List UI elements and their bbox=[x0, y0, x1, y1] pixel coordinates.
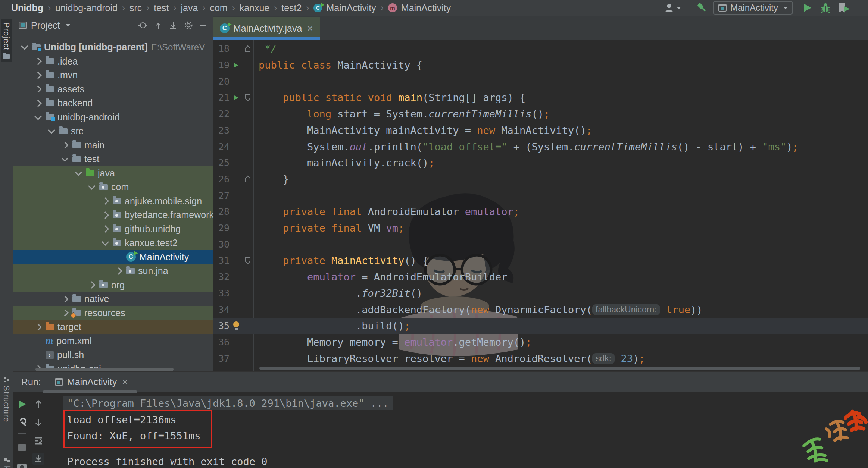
tree-row[interactable]: CMainActivity bbox=[13, 250, 213, 264]
down-arrow-icon[interactable] bbox=[32, 416, 44, 428]
editor-tab-mainactivity[interactable]: C MainActivity.java × bbox=[213, 17, 320, 40]
code-line[interactable]: 37 LibraryResolver resolver = new Androi… bbox=[213, 350, 868, 367]
soft-wrap-icon[interactable] bbox=[32, 435, 44, 447]
tree-row[interactable]: .idea bbox=[13, 54, 213, 69]
breadcrumb-item[interactable]: MainActivity bbox=[401, 3, 451, 13]
breadcrumb-item[interactable]: MainActivity bbox=[326, 3, 376, 13]
code-line[interactable]: 18 */ bbox=[213, 41, 868, 57]
code-line[interactable]: 24 System.out.println("load offset=" + (… bbox=[213, 138, 868, 155]
debug-icon[interactable] bbox=[820, 2, 831, 13]
hide-icon[interactable] bbox=[199, 21, 207, 29]
breadcrumb-item[interactable]: kanxue bbox=[240, 3, 270, 13]
tree-row[interactable]: main bbox=[13, 138, 213, 153]
project-panel-title[interactable]: Project bbox=[31, 20, 60, 31]
code-line[interactable]: 19public class MainActivity { bbox=[213, 57, 868, 73]
code-line[interactable]: 29 private final VM vm; bbox=[213, 220, 868, 236]
tree-row[interactable]: anjuke.mobile.sign bbox=[13, 194, 213, 208]
tree-row[interactable]: target bbox=[13, 320, 213, 334]
tree-row[interactable]: java bbox=[13, 166, 213, 180]
tree-row[interactable]: kanxue.test2 bbox=[13, 236, 213, 250]
chevron-right-icon[interactable] bbox=[102, 211, 109, 219]
tree-row[interactable]: com bbox=[13, 180, 213, 194]
chevron-right-icon[interactable] bbox=[34, 323, 42, 331]
close-icon[interactable]: × bbox=[307, 25, 313, 32]
fold-marker-icon[interactable] bbox=[244, 89, 251, 106]
fold-marker-icon[interactable] bbox=[244, 252, 251, 269]
tree-row[interactable]: backend bbox=[13, 96, 213, 110]
tool-button-partial[interactable]: ks bbox=[1, 458, 13, 468]
code-line[interactable]: 25 mainActivity.crack(); bbox=[213, 155, 868, 171]
wrench-icon[interactable] bbox=[16, 416, 28, 428]
code-line[interactable]: 30 bbox=[213, 236, 868, 252]
run-console[interactable]: "C:\Program Files\Java\jdk1.8.0_291\bin\… bbox=[50, 395, 868, 468]
chevron-down-icon[interactable] bbox=[75, 169, 82, 176]
tree-row[interactable]: .mvn bbox=[13, 68, 213, 82]
breadcrumb-item[interactable]: src bbox=[129, 3, 142, 13]
expand-all-icon[interactable] bbox=[154, 21, 163, 30]
coverage-icon[interactable] bbox=[837, 1, 852, 14]
code-line[interactable]: 22 long start = System.currentTimeMillis… bbox=[213, 106, 868, 122]
up-arrow-icon[interactable] bbox=[32, 398, 44, 410]
code-line[interactable]: 31 private MainActivity() { bbox=[213, 252, 868, 269]
tree-row[interactable]: ›pull.sh bbox=[13, 348, 213, 362]
intention-bulb-icon[interactable] bbox=[232, 318, 240, 334]
tree-row[interactable]: unidbg-android bbox=[13, 110, 213, 125]
rerun-icon[interactable] bbox=[16, 398, 28, 410]
chevron-down-icon[interactable] bbox=[61, 154, 69, 162]
collapse-all-icon[interactable] bbox=[169, 21, 178, 30]
chevron-right-icon[interactable] bbox=[34, 100, 42, 107]
chevron-right-icon[interactable] bbox=[61, 309, 69, 317]
run-line-icon[interactable] bbox=[232, 89, 239, 106]
tree-row[interactable]: test bbox=[13, 152, 213, 166]
code-line[interactable]: 28 private final AndroidEmulator emulato… bbox=[213, 204, 868, 220]
breadcrumb-item[interactable]: test bbox=[154, 3, 169, 13]
tree-row[interactable]: sun.jna bbox=[13, 264, 213, 278]
code-editor[interactable]: 18 */19public class MainActivity {2021 p… bbox=[213, 40, 868, 371]
code-line[interactable]: 21 public static void main(String[] args… bbox=[213, 89, 868, 106]
run-icon[interactable] bbox=[802, 3, 812, 13]
horizontal-scrollbar[interactable] bbox=[35, 368, 174, 371]
run-tab-mainactivity[interactable]: MainActivity × bbox=[54, 377, 128, 387]
code-line[interactable]: 36 Memory memory = emulator.getMemory(); bbox=[213, 334, 868, 351]
breadcrumb-item[interactable]: test2 bbox=[281, 3, 302, 13]
tree-row[interactable]: mpom.xml bbox=[13, 334, 213, 348]
tree-row[interactable]: github.unidbg bbox=[13, 222, 213, 236]
breadcrumb-item[interactable]: unidbg-android bbox=[55, 3, 118, 13]
chevron-right-icon[interactable] bbox=[88, 281, 96, 289]
chevron-right-icon[interactable] bbox=[34, 72, 42, 79]
code-line[interactable]: 33 .for32Bit() bbox=[213, 285, 868, 302]
code-line[interactable]: 34 .addBackendFactory(new DynarmicFactor… bbox=[213, 301, 868, 318]
build-hammer-icon[interactable] bbox=[695, 1, 708, 14]
code-line[interactable]: 27 bbox=[213, 187, 868, 204]
tool-button-structure[interactable]: Structure bbox=[1, 377, 12, 422]
run-tab-scrollbar[interactable] bbox=[43, 390, 137, 393]
chevron-right-icon[interactable] bbox=[61, 141, 69, 149]
chevron-right-icon[interactable] bbox=[102, 197, 109, 205]
chevron-down-icon[interactable] bbox=[48, 126, 55, 134]
chevron-right-icon[interactable] bbox=[34, 85, 42, 93]
code-line[interactable]: 35 .build(); bbox=[213, 318, 868, 334]
code-line[interactable]: 26 } bbox=[213, 171, 868, 188]
fold-marker-icon[interactable] bbox=[244, 171, 251, 188]
chevron-down-icon[interactable] bbox=[21, 43, 28, 50]
chevron-down-icon[interactable] bbox=[34, 113, 42, 120]
chevron-right-icon[interactable] bbox=[61, 295, 69, 303]
code-line[interactable]: 20 bbox=[213, 73, 868, 89]
code-line[interactable]: 32 emulator = AndroidEmulatorBuilder bbox=[213, 269, 868, 285]
close-icon[interactable]: × bbox=[122, 378, 128, 386]
chevron-right-icon[interactable] bbox=[115, 267, 122, 275]
code-line[interactable]: 23 MainActivity mainActivity = new MainA… bbox=[213, 122, 868, 139]
breadcrumb-item[interactable]: com bbox=[210, 3, 227, 13]
breadcrumb-item[interactable]: Unidbg bbox=[11, 3, 43, 13]
tree-row[interactable]: assets bbox=[13, 82, 213, 97]
tree-row[interactable]: resources bbox=[13, 306, 213, 320]
chevron-down-icon[interactable] bbox=[102, 238, 109, 246]
tree-row[interactable]: src bbox=[13, 124, 213, 138]
tree-row[interactable]: bytedance.framework bbox=[13, 208, 213, 222]
chevron-right-icon[interactable] bbox=[102, 225, 109, 233]
fold-marker-icon[interactable] bbox=[244, 41, 251, 57]
tree-row[interactable]: org bbox=[13, 278, 213, 292]
tree-row[interactable]: native bbox=[13, 292, 213, 306]
locate-icon[interactable] bbox=[138, 21, 148, 30]
settings-icon[interactable] bbox=[184, 21, 193, 30]
